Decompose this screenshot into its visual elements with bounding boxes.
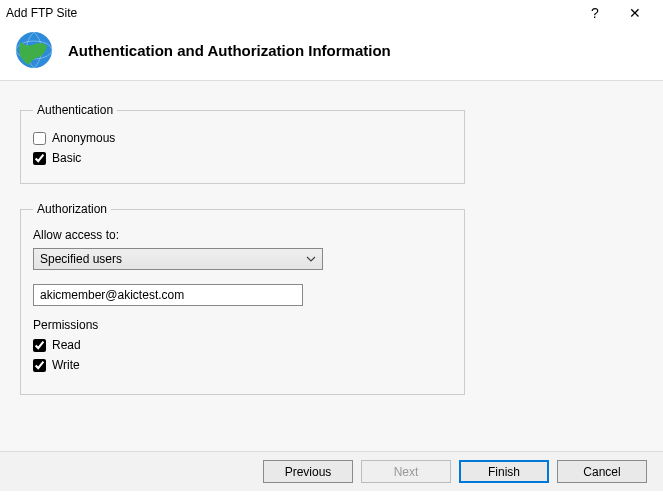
anonymous-row: Anonymous: [33, 131, 452, 145]
wizard-body: Authentication Anonymous Basic Authoriza…: [0, 81, 663, 451]
read-checkbox[interactable]: [33, 339, 46, 352]
write-checkbox[interactable]: [33, 359, 46, 372]
previous-button[interactable]: Previous: [263, 460, 353, 483]
cancel-button[interactable]: Cancel: [557, 460, 647, 483]
write-label: Write: [52, 358, 80, 372]
write-row: Write: [33, 358, 452, 372]
window-title: Add FTP Site: [4, 6, 575, 20]
finish-button[interactable]: Finish: [459, 460, 549, 483]
anonymous-label: Anonymous: [52, 131, 115, 145]
anonymous-checkbox[interactable]: [33, 132, 46, 145]
authorization-legend: Authorization: [33, 202, 111, 216]
help-button[interactable]: ?: [575, 0, 615, 26]
authentication-group: Authentication Anonymous Basic: [20, 103, 465, 184]
basic-row: Basic: [33, 151, 452, 165]
close-button[interactable]: ✕: [615, 0, 655, 26]
help-icon: ?: [591, 5, 599, 21]
basic-checkbox[interactable]: [33, 152, 46, 165]
permissions-label: Permissions: [33, 318, 452, 332]
allow-access-selected: Specified users: [40, 252, 122, 266]
chevron-down-icon: [306, 256, 316, 262]
wizard-footer: Previous Next Finish Cancel: [0, 451, 663, 491]
authorization-group: Authorization Allow access to: Specified…: [20, 202, 465, 395]
users-input[interactable]: [33, 284, 303, 306]
allow-access-select[interactable]: Specified users: [33, 248, 323, 270]
next-button: Next: [361, 460, 451, 483]
authentication-legend: Authentication: [33, 103, 117, 117]
read-label: Read: [52, 338, 81, 352]
wizard-header: Authentication and Authorization Informa…: [0, 26, 663, 80]
page-title: Authentication and Authorization Informa…: [68, 42, 391, 59]
titlebar: Add FTP Site ? ✕: [0, 0, 663, 26]
read-row: Read: [33, 338, 452, 352]
close-icon: ✕: [629, 5, 641, 21]
allow-access-label: Allow access to:: [33, 228, 452, 242]
globe-icon: [14, 30, 54, 70]
basic-label: Basic: [52, 151, 81, 165]
